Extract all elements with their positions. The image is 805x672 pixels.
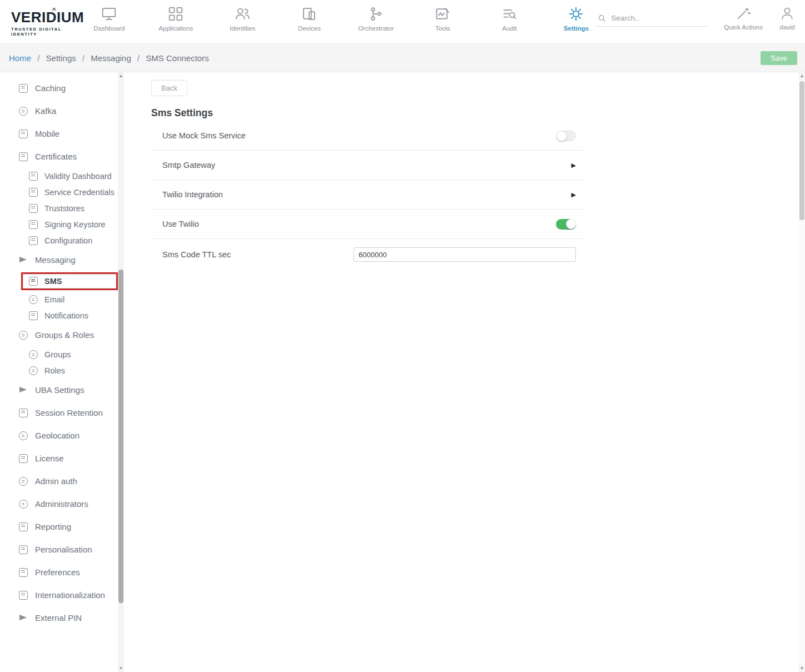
header-right: Quick Actions david [596, 0, 805, 43]
sidebar-item-label: Validity Dashboard [44, 172, 112, 181]
email-icon [29, 295, 38, 304]
sidebar-item-label: Service Credentials [44, 188, 115, 197]
sms-code-ttl-input[interactable] [354, 247, 576, 262]
sidebar-item-label: External PIN [35, 613, 82, 623]
breadcrumb-separator: / [37, 53, 39, 63]
nav-item-tools[interactable]: Tools [423, 6, 463, 32]
license-icon [19, 454, 28, 463]
audit-icon [501, 6, 518, 22]
personalisation-icon [19, 545, 28, 554]
messaging-icon [19, 256, 28, 265]
row-label: Twilio Integration [162, 190, 223, 199]
nav-label: Identities [230, 25, 255, 32]
truststores-icon [29, 204, 38, 213]
user-icon [779, 6, 795, 21]
sidebar-item-label: Reporting [35, 522, 71, 531]
roles-icon [29, 366, 38, 375]
certificates-icon [19, 152, 28, 161]
nav-label: Devices [298, 25, 321, 32]
devices-icon [301, 6, 317, 22]
scroll-up-icon[interactable]: ▲ [799, 72, 805, 79]
caching-icon [19, 84, 28, 93]
expand-arrow-icon[interactable]: ▶ [572, 191, 576, 198]
breadcrumb-separator: / [82, 53, 85, 63]
use-mock-sms-toggle[interactable] [556, 131, 576, 141]
back-button[interactable]: Back [151, 80, 187, 96]
kafka-icon [19, 107, 28, 116]
user-menu[interactable]: david [779, 6, 795, 31]
nav-item-settings[interactable]: Settings [556, 6, 596, 32]
nav-item-applications[interactable]: Applications [156, 6, 196, 32]
notifications-icon [29, 311, 38, 320]
scroll-down-icon[interactable]: ▼ [118, 665, 124, 672]
nav-item-orchestrator[interactable]: Orchestrator [356, 6, 396, 32]
settings-rows: Use Mock Sms Service Smtp Gateway ▶ Twil… [151, 121, 586, 270]
sidebar-item-label: Kafka [35, 106, 56, 116]
nav-item-audit[interactable]: Audit [489, 6, 529, 32]
sidebar-item-label: Preferences [35, 568, 80, 577]
breadcrumb-sms-connectors: SMS Connectors [146, 53, 208, 63]
row-label: Use Mock Sms Service [162, 131, 246, 140]
applications-icon [167, 6, 184, 22]
reporting-icon [19, 522, 28, 531]
row-use-mock-sms-service: Use Mock Sms Service [151, 121, 586, 151]
sidebar-item-label: Caching [35, 83, 66, 93]
tools-icon [434, 6, 451, 22]
groups-icon [29, 350, 38, 359]
quick-actions-button[interactable]: Quick Actions [724, 6, 763, 31]
sidebar-item-label: Internationalization [35, 590, 105, 600]
search-input[interactable] [611, 14, 694, 22]
top-header: VERIDIUM ^ TRUSTED DIGITAL IDENTITY Dash… [0, 0, 805, 43]
dashboard-icon [101, 6, 117, 22]
expand-arrow-icon[interactable]: ▶ [572, 162, 576, 169]
preferences-icon [19, 568, 28, 577]
orchestrator-icon [367, 6, 384, 22]
top-navigation: Dashboard Applications Identities Device… [89, 0, 596, 43]
breadcrumb-messaging[interactable]: Messaging [91, 53, 131, 63]
use-twilio-toggle[interactable] [556, 219, 576, 230]
sidebar-scrollbar-thumb[interactable] [118, 270, 123, 603]
sidebar-item-label: Admin auth [35, 476, 77, 486]
page-scrollbar[interactable]: ▲ ▼ [799, 72, 805, 672]
magic-wand-icon [736, 6, 751, 21]
sidebar-item-label: Configuration [44, 236, 92, 245]
row-smtp-gateway[interactable]: Smtp Gateway ▶ [151, 151, 586, 180]
service-credentials-icon [29, 188, 38, 197]
row-label: Use Twilio [162, 220, 199, 228]
nav-item-devices[interactable]: Devices [289, 6, 329, 32]
breadcrumb-settings[interactable]: Settings [46, 53, 76, 63]
settings-sidebar: Caching Kafka Mobile Certificates Validi… [8, 72, 141, 672]
search-box[interactable] [596, 9, 707, 27]
sidebar-item-label: Messaging [35, 255, 76, 265]
sidebar-item-label: License [35, 454, 64, 463]
sidebar-item-label: Mobile [35, 129, 59, 138]
scroll-down-icon[interactable]: ▼ [799, 665, 805, 672]
page-scrollbar-thumb[interactable] [799, 81, 804, 220]
sms-settings-panel: Back Sms Settings Use Mock Sms Service S… [141, 72, 805, 672]
sidebar-item-sms[interactable]: SMS [21, 272, 118, 290]
sidebar-item-label: Signing Keystore [44, 220, 106, 229]
breadcrumb-home-link[interactable]: Home [9, 53, 31, 63]
sidebar-item-label: Roles [44, 366, 65, 375]
sidebar-item-label: Notifications [44, 311, 88, 320]
nav-item-identities[interactable]: Identities [222, 6, 262, 32]
external-pin-icon [19, 614, 28, 623]
sidebar-item-label: SMS [44, 277, 62, 286]
nav-item-dashboard[interactable]: Dashboard [89, 6, 129, 32]
sidebar-scrollbar[interactable]: ▲ ▼ [118, 72, 124, 672]
nav-label: Tools [435, 25, 450, 32]
toggle-knob [566, 219, 576, 229]
sidebar-item-label: Administrators [35, 499, 88, 509]
row-sms-code-ttl: Sms Code TTL sec [151, 239, 586, 270]
nav-label: Audit [502, 25, 516, 32]
row-twilio-integration[interactable]: Twilio Integration ▶ [151, 180, 586, 210]
scroll-up-icon[interactable]: ▲ [118, 72, 124, 79]
breadcrumb-separator: / [137, 53, 140, 63]
sidebar-item-label: Certificates [35, 152, 77, 161]
quick-actions-label: Quick Actions [724, 24, 763, 31]
row-use-twilio: Use Twilio [151, 210, 586, 239]
save-button[interactable]: Save [761, 51, 797, 65]
uba-settings-icon [19, 386, 28, 395]
brand-tagline: TRUSTED DIGITAL IDENTITY [11, 27, 86, 37]
brand-name: VERIDIUM ^ [11, 9, 86, 26]
